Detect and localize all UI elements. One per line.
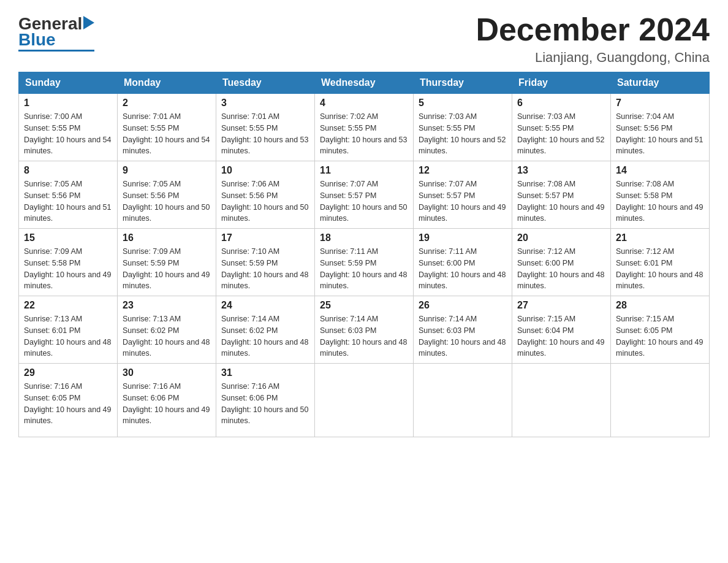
day-info: Sunrise: 7:15 AMSunset: 6:05 PMDaylight:…: [616, 313, 704, 359]
day-number: 3: [221, 98, 309, 109]
day-info: Sunrise: 7:12 AMSunset: 6:00 PMDaylight:…: [517, 246, 605, 292]
calendar-header-sunday: Sunday: [19, 72, 118, 94]
day-number: 11: [320, 165, 408, 176]
calendar-cell: 10Sunrise: 7:06 AMSunset: 5:56 PMDayligh…: [216, 161, 315, 229]
calendar-cell: 8Sunrise: 7:05 AMSunset: 5:56 PMDaylight…: [19, 161, 118, 229]
calendar-cell: 7Sunrise: 7:04 AMSunset: 5:56 PMDaylight…: [611, 94, 710, 161]
location-title: Lianjiang, Guangdong, China: [476, 50, 710, 66]
day-info: Sunrise: 7:14 AMSunset: 6:03 PMDaylight:…: [320, 313, 408, 359]
day-number: 30: [123, 367, 211, 378]
title-area: December 2024 Lianjiang, Guangdong, Chin…: [476, 12, 710, 66]
calendar-cell: 25Sunrise: 7:14 AMSunset: 6:03 PMDayligh…: [315, 296, 414, 364]
calendar-cell: 28Sunrise: 7:15 AMSunset: 6:05 PMDayligh…: [611, 296, 710, 364]
day-number: 31: [221, 367, 309, 378]
calendar-cell: 2Sunrise: 7:01 AMSunset: 5:55 PMDaylight…: [118, 94, 216, 161]
day-info: Sunrise: 7:16 AMSunset: 6:05 PMDaylight:…: [24, 381, 112, 427]
day-info: Sunrise: 7:11 AMSunset: 5:59 PMDaylight:…: [320, 246, 408, 292]
calendar-cell: 11Sunrise: 7:07 AMSunset: 5:57 PMDayligh…: [315, 161, 414, 229]
day-number: 12: [419, 165, 507, 176]
day-number: 14: [616, 165, 704, 176]
logo: General Blue: [18, 15, 94, 52]
calendar-table: SundayMondayTuesdayWednesdayThursdayFrid…: [18, 72, 710, 437]
day-number: 5: [419, 98, 507, 109]
day-info: Sunrise: 7:11 AMSunset: 6:00 PMDaylight:…: [419, 246, 507, 292]
calendar-header-wednesday: Wednesday: [315, 72, 414, 94]
calendar-header-monday: Monday: [118, 72, 216, 94]
day-number: 4: [320, 98, 408, 109]
calendar-cell: 30Sunrise: 7:16 AMSunset: 6:06 PMDayligh…: [118, 364, 216, 437]
day-info: Sunrise: 7:15 AMSunset: 6:04 PMDaylight:…: [517, 313, 605, 359]
day-number: 21: [616, 232, 704, 243]
day-info: Sunrise: 7:01 AMSunset: 5:55 PMDaylight:…: [123, 111, 211, 157]
calendar-week-row-1: 1Sunrise: 7:00 AMSunset: 5:55 PMDaylight…: [19, 94, 710, 161]
page-header: General Blue December 2024 Lianjiang, Gu…: [18, 12, 710, 66]
day-info: Sunrise: 7:07 AMSunset: 5:57 PMDaylight:…: [320, 178, 408, 224]
day-info: Sunrise: 7:09 AMSunset: 5:59 PMDaylight:…: [123, 246, 211, 292]
logo-blue: Blue: [18, 31, 56, 48]
day-number: 9: [123, 165, 211, 176]
day-number: 25: [320, 300, 408, 311]
day-info: Sunrise: 7:03 AMSunset: 5:55 PMDaylight:…: [517, 111, 605, 157]
day-number: 28: [616, 300, 704, 311]
calendar-header-saturday: Saturday: [611, 72, 710, 94]
day-info: Sunrise: 7:16 AMSunset: 6:06 PMDaylight:…: [123, 381, 211, 427]
day-info: Sunrise: 7:14 AMSunset: 6:03 PMDaylight:…: [419, 313, 507, 359]
day-info: Sunrise: 7:13 AMSunset: 6:02 PMDaylight:…: [123, 313, 211, 359]
calendar-header-tuesday: Tuesday: [216, 72, 315, 94]
calendar-cell: [611, 364, 710, 437]
day-number: 24: [221, 300, 309, 311]
calendar-cell: 21Sunrise: 7:12 AMSunset: 6:01 PMDayligh…: [611, 229, 710, 296]
logo-underline: [18, 50, 94, 52]
calendar-header-friday: Friday: [512, 72, 611, 94]
calendar-cell: 9Sunrise: 7:05 AMSunset: 5:56 PMDaylight…: [118, 161, 216, 229]
day-info: Sunrise: 7:01 AMSunset: 5:55 PMDaylight:…: [221, 111, 309, 157]
day-number: 20: [517, 232, 605, 243]
day-number: 8: [24, 165, 112, 176]
calendar-cell: [512, 364, 611, 437]
calendar-cell: 16Sunrise: 7:09 AMSunset: 5:59 PMDayligh…: [118, 229, 216, 296]
calendar-cell: 31Sunrise: 7:16 AMSunset: 6:06 PMDayligh…: [216, 364, 315, 437]
calendar-header-row: SundayMondayTuesdayWednesdayThursdayFrid…: [19, 72, 710, 94]
day-info: Sunrise: 7:05 AMSunset: 5:56 PMDaylight:…: [123, 178, 211, 224]
calendar-cell: 23Sunrise: 7:13 AMSunset: 6:02 PMDayligh…: [118, 296, 216, 364]
day-info: Sunrise: 7:04 AMSunset: 5:56 PMDaylight:…: [616, 111, 704, 157]
day-number: 15: [24, 232, 112, 243]
calendar-cell: 14Sunrise: 7:08 AMSunset: 5:58 PMDayligh…: [611, 161, 710, 229]
calendar-cell: 24Sunrise: 7:14 AMSunset: 6:02 PMDayligh…: [216, 296, 315, 364]
calendar-cell: 15Sunrise: 7:09 AMSunset: 5:58 PMDayligh…: [19, 229, 118, 296]
day-number: 18: [320, 232, 408, 243]
calendar-cell: 17Sunrise: 7:10 AMSunset: 5:59 PMDayligh…: [216, 229, 315, 296]
calendar-cell: 19Sunrise: 7:11 AMSunset: 6:00 PMDayligh…: [414, 229, 512, 296]
calendar-cell: 20Sunrise: 7:12 AMSunset: 6:00 PMDayligh…: [512, 229, 611, 296]
day-number: 29: [24, 367, 112, 378]
calendar-cell: 27Sunrise: 7:15 AMSunset: 6:04 PMDayligh…: [512, 296, 611, 364]
day-number: 27: [517, 300, 605, 311]
calendar-cell: [315, 364, 414, 437]
calendar-cell: 3Sunrise: 7:01 AMSunset: 5:55 PMDaylight…: [216, 94, 315, 161]
day-info: Sunrise: 7:12 AMSunset: 6:01 PMDaylight:…: [616, 246, 704, 292]
calendar-header-thursday: Thursday: [414, 72, 512, 94]
calendar-cell: [414, 364, 512, 437]
day-info: Sunrise: 7:07 AMSunset: 5:57 PMDaylight:…: [419, 178, 507, 224]
day-number: 1: [24, 98, 112, 109]
day-number: 2: [123, 98, 211, 109]
day-info: Sunrise: 7:10 AMSunset: 5:59 PMDaylight:…: [221, 246, 309, 292]
day-info: Sunrise: 7:00 AMSunset: 5:55 PMDaylight:…: [24, 111, 112, 157]
day-info: Sunrise: 7:05 AMSunset: 5:56 PMDaylight:…: [24, 178, 112, 224]
day-info: Sunrise: 7:02 AMSunset: 5:55 PMDaylight:…: [320, 111, 408, 157]
day-number: 19: [419, 232, 507, 243]
day-number: 26: [419, 300, 507, 311]
day-info: Sunrise: 7:14 AMSunset: 6:02 PMDaylight:…: [221, 313, 309, 359]
day-number: 10: [221, 165, 309, 176]
calendar-cell: 12Sunrise: 7:07 AMSunset: 5:57 PMDayligh…: [414, 161, 512, 229]
calendar-cell: 26Sunrise: 7:14 AMSunset: 6:03 PMDayligh…: [414, 296, 512, 364]
calendar-cell: 4Sunrise: 7:02 AMSunset: 5:55 PMDaylight…: [315, 94, 414, 161]
day-info: Sunrise: 7:08 AMSunset: 5:57 PMDaylight:…: [517, 178, 605, 224]
month-title: December 2024: [476, 12, 710, 47]
day-number: 23: [123, 300, 211, 311]
calendar-week-row-2: 8Sunrise: 7:05 AMSunset: 5:56 PMDaylight…: [19, 161, 710, 229]
day-info: Sunrise: 7:09 AMSunset: 5:58 PMDaylight:…: [24, 246, 112, 292]
day-info: Sunrise: 7:16 AMSunset: 6:06 PMDaylight:…: [221, 381, 309, 427]
calendar-week-row-4: 22Sunrise: 7:13 AMSunset: 6:01 PMDayligh…: [19, 296, 710, 364]
calendar-cell: 1Sunrise: 7:00 AMSunset: 5:55 PMDaylight…: [19, 94, 118, 161]
